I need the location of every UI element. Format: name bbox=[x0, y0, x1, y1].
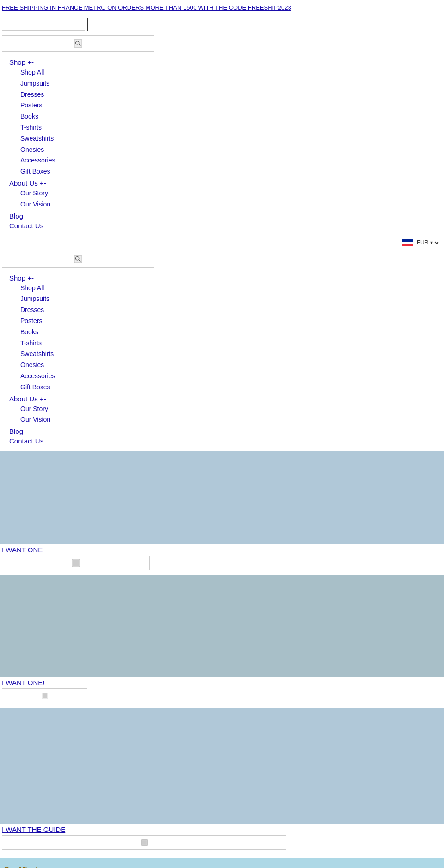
nav-sub-giftboxes-2[interactable]: Gift Boxes bbox=[20, 382, 442, 393]
nav-sub-books-1[interactable]: Books bbox=[20, 111, 442, 122]
image-icon-1 bbox=[72, 559, 80, 567]
search-button-1[interactable] bbox=[2, 35, 154, 52]
hero-section-2: I WANT ONE! bbox=[0, 575, 444, 708]
search-divider bbox=[87, 18, 88, 31]
nav-sub-dresses-1[interactable]: Dresses bbox=[20, 89, 442, 100]
hero-button-1[interactable] bbox=[2, 556, 150, 570]
nav-sub-sweatshirts-2[interactable]: Sweatshirts bbox=[20, 349, 442, 360]
nav-sub-onesies-1[interactable]: Onesies bbox=[20, 144, 442, 156]
nav-sub-tshirts-2[interactable]: T-shirts bbox=[20, 338, 442, 349]
search-bar-row bbox=[0, 15, 444, 33]
nav-item-about-2: About Us +- Our Story Our Vision bbox=[9, 395, 442, 426]
search-input[interactable] bbox=[2, 18, 85, 31]
top-banner: FREE SHIPPING IN FRANCE METRO ON ORDERS … bbox=[0, 0, 444, 15]
nav-sub-posters-2[interactable]: Posters bbox=[20, 316, 442, 327]
nav-about-submenu-1: Our Story Our Vision bbox=[9, 188, 442, 210]
nav-item-contact-1: Contact Us bbox=[9, 222, 442, 230]
image-icon-3 bbox=[141, 839, 148, 846]
nav-menu-2: Shop +- Shop All Jumpsuits Dresses Poste… bbox=[0, 269, 444, 452]
nav-item-blog-2: Blog bbox=[9, 427, 442, 435]
search-button-2[interactable] bbox=[2, 251, 154, 268]
nav-item-shop-2: Shop +- Shop All Jumpsuits Dresses Poste… bbox=[9, 274, 442, 393]
search-btn-wrap-1 bbox=[0, 33, 444, 54]
nav-sub-tshirts-1[interactable]: T-shirts bbox=[20, 122, 442, 133]
nav-contact-link-2[interactable]: Contact Us bbox=[9, 437, 43, 445]
hero-link-1[interactable]: I WANT ONE bbox=[0, 544, 444, 555]
nav-sub-books-2[interactable]: Books bbox=[20, 327, 442, 338]
svg-rect-9 bbox=[43, 693, 47, 698]
nav-sub-shop-all-1[interactable]: Shop All bbox=[20, 67, 442, 78]
nav-shop-link-2[interactable]: Shop +- bbox=[9, 274, 34, 282]
nav-sub-sweatshirts-1[interactable]: Sweatshirts bbox=[20, 133, 442, 144]
nav-sub-jumpsuits-2[interactable]: Jumpsuits bbox=[20, 293, 442, 305]
nav-item-blog-1: Blog bbox=[9, 212, 442, 220]
hero-section-1: I WANT ONE bbox=[0, 451, 444, 575]
nav-sub-posters-1[interactable]: Posters bbox=[20, 100, 442, 111]
nav-sub-ourstory-2[interactable]: Our Story bbox=[20, 404, 442, 415]
nav-contact-link-1[interactable]: Contact Us bbox=[9, 222, 43, 230]
hero-section-3: I WANT THE GUIDE bbox=[0, 708, 444, 855]
hero-image-2 bbox=[0, 575, 444, 677]
nav-sub-ourstory-1[interactable]: Our Story bbox=[20, 188, 442, 199]
nav-blog-link-1[interactable]: Blog bbox=[9, 212, 23, 220]
nav-about-link-1[interactable]: About Us +- bbox=[9, 179, 46, 187]
flag-icon bbox=[402, 239, 413, 246]
svg-rect-11 bbox=[142, 840, 147, 845]
nav-shop-link-1[interactable]: Shop +- bbox=[9, 58, 34, 66]
svg-rect-7 bbox=[73, 560, 79, 566]
nav-sub-onesies-2[interactable]: Onesies bbox=[20, 360, 442, 371]
nav-about-submenu-2: Our Story Our Vision bbox=[9, 404, 442, 426]
nav-sub-shop-all-2[interactable]: Shop All bbox=[20, 283, 442, 294]
image-icon-2 bbox=[42, 693, 48, 699]
hero-btn-wrap-1 bbox=[0, 555, 444, 575]
nav-sub-ourvision-1[interactable]: Our Vision bbox=[20, 199, 442, 210]
hero-link-2[interactable]: I WANT ONE! bbox=[0, 677, 444, 687]
nav-menu-1: Shop +- Shop All Jumpsuits Dresses Poste… bbox=[0, 54, 444, 236]
nav-shop-submenu-1: Shop All Jumpsuits Dresses Posters Books… bbox=[9, 67, 442, 177]
nav-about-link-2[interactable]: About Us +- bbox=[9, 395, 46, 403]
currency-row: EUR ▾ USD GBP bbox=[0, 236, 444, 249]
hero-link-3[interactable]: I WANT THE GUIDE bbox=[0, 824, 444, 834]
nav-shop-submenu-2: Shop All Jumpsuits Dresses Posters Books… bbox=[9, 283, 442, 393]
nav-sub-giftboxes-1[interactable]: Gift Boxes bbox=[20, 166, 442, 177]
hero-button-3[interactable] bbox=[2, 835, 286, 850]
search-icon bbox=[74, 39, 82, 48]
hero-button-2[interactable] bbox=[2, 688, 87, 703]
search-icon-2 bbox=[74, 255, 82, 263]
mission-section: Our Mission Further gender equality and … bbox=[0, 858, 444, 868]
search-btn-wrap-2 bbox=[0, 249, 444, 269]
nav-item-about-1: About Us +- Our Story Our Vision bbox=[9, 179, 442, 210]
nav-blog-link-2[interactable]: Blog bbox=[9, 427, 23, 435]
hero-image-1 bbox=[0, 451, 444, 544]
nav-sub-dresses-2[interactable]: Dresses bbox=[20, 305, 442, 316]
currency-selector[interactable]: EUR ▾ USD GBP bbox=[415, 239, 440, 246]
hero-image-3 bbox=[0, 708, 444, 824]
nav-item-shop-1: Shop +- Shop All Jumpsuits Dresses Poste… bbox=[9, 58, 442, 177]
banner-link[interactable]: FREE SHIPPING IN FRANCE METRO ON ORDERS … bbox=[2, 4, 291, 11]
nav-sub-jumpsuits-1[interactable]: Jumpsuits bbox=[20, 78, 442, 89]
mission-title: Our Mission bbox=[4, 866, 440, 868]
hero-btn-wrap-3 bbox=[0, 834, 444, 855]
hero-btn-wrap-2 bbox=[0, 687, 444, 708]
nav-sub-ourvision-2[interactable]: Our Vision bbox=[20, 414, 442, 425]
nav-item-contact-2: Contact Us bbox=[9, 437, 442, 445]
nav-sub-accessories-2[interactable]: Accessories bbox=[20, 371, 442, 382]
nav-sub-accessories-1[interactable]: Accessories bbox=[20, 155, 442, 166]
